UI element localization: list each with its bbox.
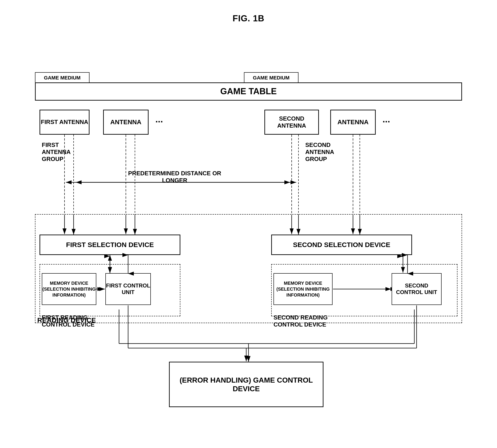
second-reading-control-device-label: SECOND READING CONTROL DEVICE xyxy=(273,314,342,328)
fig-title: FIG. 1B xyxy=(232,14,265,23)
dots-left: ... xyxy=(155,114,163,125)
first-control-unit-box: FIRST CONTROL UNIT xyxy=(105,273,151,305)
first-antenna-box: FIRST ANTENNA xyxy=(39,110,89,135)
diagram-container: FIG. 1B xyxy=(0,14,497,434)
first-antenna-group-label: FIRST ANTENNA GROUP xyxy=(42,142,87,162)
game-control-device-box: (ERROR HANDLING) GAME CONTROL DEVICE xyxy=(169,362,323,407)
memory-device-left-box: MEMORY DEVICE (SELECTION INHIBITING INFO… xyxy=(42,273,96,305)
diagram-area: GAME MEDIUM GAME MEDIUM GAME TABLE FIRST… xyxy=(21,37,476,434)
antenna-right-box: ANTENNA xyxy=(330,110,376,135)
game-medium-left-box: GAME MEDIUM xyxy=(35,72,89,83)
second-control-unit-box: SECOND CONTROL UNIT xyxy=(392,273,442,305)
second-antenna-group-label: SECOND ANTENNA GROUP xyxy=(305,142,351,162)
game-medium-right-box: GAME MEDIUM xyxy=(244,72,298,83)
dots-right: ... xyxy=(382,114,390,125)
first-reading-control-device-label: FIRST READING CONTROL DEVICE xyxy=(42,314,105,328)
antenna-left-box: ANTENNA xyxy=(103,110,149,135)
second-antenna-box: SECOND ANTENNA xyxy=(265,110,319,135)
predetermined-distance-label: PREDETERMINED DISTANCE OR LONGER xyxy=(124,170,226,184)
first-selection-device-box: FIRST SELECTION DEVICE xyxy=(39,235,180,255)
memory-device-right-box: MEMORY DEVICE (SELECTION INHIBITING INFO… xyxy=(273,273,332,305)
second-selection-device-box: SECOND SELECTION DEVICE xyxy=(271,235,412,255)
game-table-box: GAME TABLE xyxy=(35,82,462,101)
